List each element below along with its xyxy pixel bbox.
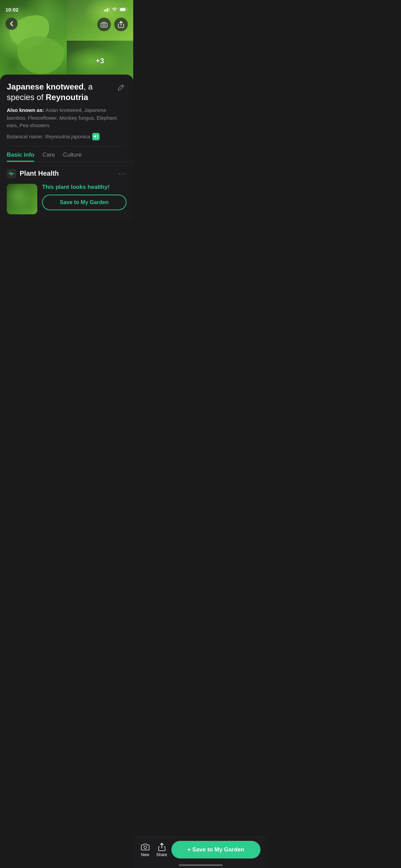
also-known-label: Also known as: <box>7 107 45 113</box>
plant-title: Japanese knotweed, a species of Reynoutr… <box>7 81 116 102</box>
plant-thumbnail <box>7 184 37 214</box>
sound-icon <box>94 134 98 139</box>
share-button-top[interactable] <box>114 18 128 31</box>
plant-health-section: Plant Health ··· This plant looks health… <box>0 162 133 221</box>
botanical-name: Reynoutria japonica <box>45 134 91 139</box>
health-section-title: Plant Health <box>20 170 59 177</box>
camera-icon <box>101 22 107 27</box>
more-images-badge[interactable]: +3 <box>96 57 104 65</box>
also-known-section: Also known as: Asian knotweed, Japanese … <box>7 106 126 130</box>
status-time: 10:02 <box>5 7 18 13</box>
botanical-row: Botanical name: Reynoutria japonica <box>7 133 126 140</box>
pronunciation-button[interactable] <box>92 133 100 140</box>
tab-basic-info[interactable]: Basic info <box>7 152 34 162</box>
plant-common-name: Japanese knotweed <box>7 82 84 91</box>
health-content: This plant looks healthy! Save to My Gar… <box>7 184 126 214</box>
health-waveform-icon <box>8 171 15 176</box>
plant-title-section: Japanese knotweed, a species of Reynoutr… <box>7 81 126 146</box>
back-arrow-icon <box>10 21 13 26</box>
status-icons <box>104 7 128 12</box>
back-button[interactable] <box>5 18 18 30</box>
section-header: Plant Health ··· <box>7 169 126 178</box>
battery-icon <box>119 7 128 12</box>
health-text-suffix: ! <box>108 184 110 190</box>
share-icon-top <box>118 21 124 28</box>
svg-point-6 <box>103 23 105 26</box>
plant-title-row: Japanese knotweed, a species of Reynoutr… <box>7 81 126 102</box>
botanical-label: Botanical name: <box>7 134 43 139</box>
svg-rect-2 <box>107 8 108 12</box>
tab-culture[interactable]: Culture <box>63 152 82 162</box>
tab-divider <box>0 162 133 162</box>
health-text-area: This plant looks healthy! Save to My Gar… <box>42 184 126 210</box>
tab-care[interactable]: Care <box>42 152 55 162</box>
more-options-button[interactable]: ··· <box>119 170 126 177</box>
svg-rect-1 <box>106 9 107 12</box>
health-status-text: This plant looks healthy! <box>42 184 126 191</box>
edit-button[interactable] <box>116 82 126 93</box>
svg-rect-0 <box>104 10 105 12</box>
save-garden-small-button[interactable]: Save to My Garden <box>42 195 126 210</box>
content-area: Japanese knotweed, a species of Reynoutr… <box>0 75 133 162</box>
section-title-row: Plant Health <box>7 169 59 178</box>
svg-rect-5 <box>120 8 125 11</box>
health-text-prefix: This plant looks <box>42 184 87 190</box>
tab-bar: Basic info Care Culture <box>7 146 126 162</box>
signal-icon <box>104 7 110 12</box>
wifi-icon <box>112 7 117 12</box>
action-buttons <box>97 18 128 31</box>
health-status-value: healthy <box>87 184 108 190</box>
svg-rect-3 <box>109 7 110 12</box>
status-bar: 10:02 <box>0 0 133 15</box>
camera-button[interactable] <box>97 18 111 31</box>
edit-icon <box>118 84 124 91</box>
plant-genus: Reynoutria <box>46 93 88 102</box>
health-section-icon <box>7 169 16 178</box>
